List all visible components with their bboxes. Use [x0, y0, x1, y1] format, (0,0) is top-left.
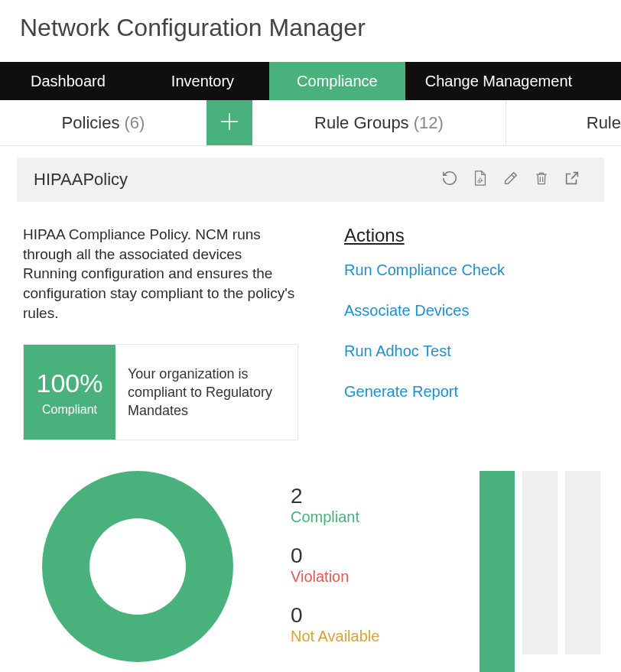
- trash-icon: [534, 170, 549, 190]
- donut-icon: [42, 471, 233, 662]
- stat-na-label: Not Available: [291, 628, 379, 645]
- action-run-compliance-check[interactable]: Run Compliance Check: [344, 261, 604, 279]
- compliance-percent: 100%: [37, 368, 103, 398]
- compliance-percent-box: 100% Compliant: [24, 345, 115, 440]
- bar-not-available: [565, 471, 600, 654]
- tab-policies-count: (6): [125, 113, 145, 133]
- top-nav: Dashboard Inventory Compliance Change Ma…: [0, 62, 621, 100]
- policy-title: HIPAAPolicy: [34, 170, 128, 190]
- stat-na-count: 0: [291, 604, 379, 628]
- compliance-bar-chart: [480, 471, 604, 672]
- svg-line-2: [512, 174, 515, 177]
- add-policy-button[interactable]: [206, 100, 252, 145]
- nav-change-management[interactable]: Change Management: [405, 62, 592, 100]
- delete-button[interactable]: [526, 164, 557, 195]
- refresh-icon: [441, 170, 458, 190]
- tab-rule-groups[interactable]: Rule Groups (12): [252, 100, 506, 145]
- open-external-button[interactable]: [557, 164, 587, 195]
- action-run-adhoc-test[interactable]: Run Adhoc Test: [344, 342, 604, 360]
- bar-compliant: [480, 471, 515, 672]
- export-pdf-button[interactable]: [465, 164, 496, 195]
- action-generate-report[interactable]: Generate Report: [344, 383, 604, 401]
- policy-description: HIPAA Compliance Policy. NCM runs throug…: [23, 225, 298, 323]
- tab-rule-groups-label: Rule Groups: [314, 113, 409, 133]
- actions-heading: Actions: [344, 225, 604, 246]
- tab-policies-label: Policies: [62, 113, 120, 133]
- stat-not-available: 0 Not Available: [291, 604, 379, 645]
- compliance-card: 100% Compliant Your organization is comp…: [23, 344, 298, 440]
- nav-compliance[interactable]: Compliance: [269, 62, 405, 100]
- compliance-donut-chart: [23, 471, 252, 662]
- external-link-icon: [564, 170, 580, 190]
- compliance-message: Your organization is compliant to Regula…: [115, 345, 297, 440]
- edit-icon: [502, 170, 519, 190]
- stat-compliant-label: Compliant: [291, 508, 379, 526]
- svg-line-5: [571, 173, 577, 179]
- nav-inventory[interactable]: Inventory: [136, 62, 269, 100]
- action-associate-devices[interactable]: Associate Devices: [344, 302, 604, 320]
- tab-rules[interactable]: Rule: [506, 100, 621, 145]
- stat-compliant-count: 2: [291, 485, 379, 508]
- stat-compliant: 2 Compliant: [291, 485, 379, 526]
- nav-dashboard[interactable]: Dashboard: [0, 62, 136, 100]
- stat-violation-label: Violation: [291, 568, 379, 586]
- tab-rules-label: Rule: [587, 113, 621, 133]
- pdf-icon: [473, 170, 488, 190]
- stat-violation-count: 0: [291, 544, 379, 568]
- compliance-stats: 2 Compliant 0 Violation 0 Not Available: [291, 471, 379, 644]
- tab-policies[interactable]: Policies (6): [0, 100, 206, 145]
- policy-header: HIPAAPolicy: [17, 157, 604, 202]
- bar-violation: [522, 471, 558, 654]
- app-title: Network Configuration Manager: [0, 0, 621, 62]
- stat-violation: 0 Violation: [291, 544, 379, 586]
- tab-rule-groups-count: (12): [414, 113, 444, 133]
- sub-tab-bar: Policies (6) Rule Groups (12) Rule: [0, 100, 621, 146]
- plus-icon: [218, 110, 241, 136]
- edit-button[interactable]: [496, 164, 526, 195]
- compliance-percent-label: Compliant: [42, 403, 97, 417]
- refresh-button[interactable]: [434, 164, 465, 195]
